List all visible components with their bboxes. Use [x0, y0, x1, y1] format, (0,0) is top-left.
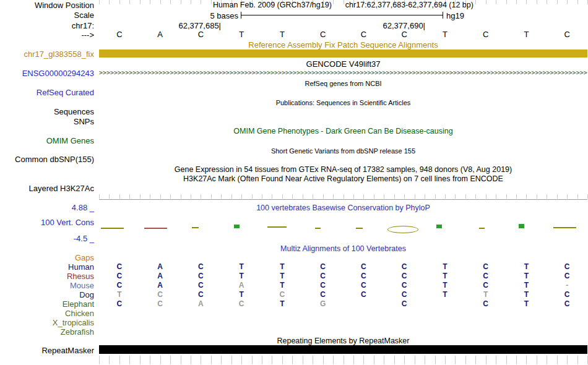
- genome-browser-image[interactable]: Human Feb. 2009 (GRCh37/hg19) chr17:62,3…: [0, 0, 588, 365]
- ruler-tick: [272, 194, 272, 199]
- track-left-label[interactable]: RefSeq Curated: [0, 88, 94, 97]
- ruler-tick: [344, 356, 344, 364]
- ruler-tick: [557, 194, 558, 199]
- track-left-label[interactable]: Sequences: [0, 108, 94, 116]
- alignment-base: C: [99, 299, 140, 309]
- ruler-tick: [252, 194, 253, 199]
- track-left-label[interactable]: Scale: [0, 11, 94, 19]
- ruler-tick: [506, 356, 507, 364]
- ruler-tick: [119, 194, 120, 199]
- alignment-base: C: [344, 281, 384, 290]
- alignment-base: C: [465, 281, 506, 290]
- alignment-base: [181, 327, 222, 337]
- phylop-mark: [267, 226, 287, 228]
- refseq-title[interactable]: RefSeq genes from NCBI: [99, 80, 587, 88]
- fix-patch-title[interactable]: Reference Assembly Fix Patch Sequence Al…: [99, 41, 587, 49]
- alignment-base: C: [384, 290, 425, 299]
- alignment-base: [99, 318, 140, 327]
- ruler-tick: [496, 194, 496, 199]
- ruler-tick: [486, 194, 486, 199]
- species-label[interactable]: Elephant: [0, 300, 94, 308]
- reference-base: C: [344, 30, 384, 39]
- ruler-tick: [119, 356, 120, 364]
- ruler-tick: [303, 194, 303, 199]
- phylop-separator-line: [99, 199, 587, 200]
- phylop-mark: [315, 228, 321, 229]
- species-label[interactable]: Human: [0, 263, 94, 271]
- alignment-base: C: [303, 281, 344, 290]
- track-left-label[interactable]: RepeatMasker: [0, 346, 94, 354]
- species-label[interactable]: X_tropicalis: [0, 319, 94, 327]
- phylop-mark: [101, 228, 124, 229]
- track-left-label[interactable]: Common dbSNP(155): [0, 155, 94, 163]
- multiz-title[interactable]: Multiz Alignments of 100 Vertebrates: [99, 245, 587, 253]
- alignment-row-dog: TCCTCCCCTTTC: [99, 290, 587, 299]
- alignment-base: T: [506, 299, 547, 309]
- ruler-tick: [292, 356, 293, 364]
- alignment-base: C: [344, 272, 384, 281]
- ruler-tick: [160, 194, 161, 199]
- fix-patch-bar[interactable]: [99, 49, 587, 58]
- reference-base: T: [262, 30, 303, 39]
- ruler-tick: [425, 356, 425, 364]
- ruler-tick: [435, 356, 436, 364]
- position-title: chr17:62,377,683-62,377,694 (12 bp): [345, 1, 473, 9]
- alignment-base: C: [303, 272, 344, 281]
- ruler-tick: [394, 356, 395, 364]
- ruler-tick: [129, 194, 130, 199]
- alignment-base: [344, 318, 384, 327]
- alignment-base: C: [262, 290, 303, 299]
- alignment-base: C: [221, 299, 262, 309]
- track-left-label[interactable]: chr17_gl383558_fix: [0, 50, 94, 58]
- ruler-tick: [160, 356, 161, 364]
- alignment-base: A: [221, 281, 262, 290]
- alignment-base: [465, 318, 506, 327]
- alignment-base: C: [140, 290, 181, 299]
- species-label[interactable]: Chicken: [0, 309, 94, 317]
- ruler-tick: [191, 356, 191, 364]
- phylop-mark: [553, 227, 576, 228]
- species-label[interactable]: Dog: [0, 291, 94, 299]
- alignment-base: [465, 327, 506, 337]
- ruler-tick: [99, 194, 100, 199]
- gtex-title[interactable]: Gene Expression in 54 tissues from GTEx …: [99, 166, 587, 174]
- dbsnp-title[interactable]: Short Genetic Variants from dbSNP releas…: [99, 147, 587, 155]
- ruler-tick: [201, 194, 201, 199]
- track-left-label[interactable]: Gaps: [0, 254, 94, 262]
- alignment-base: C: [465, 272, 506, 281]
- reference-base: T: [506, 30, 547, 39]
- coord-label-right: 62,377,690|: [303, 21, 425, 30]
- track-left-label[interactable]: 100 Vert. Cons: [0, 218, 94, 226]
- alignment-base: T: [221, 262, 262, 272]
- repeatmasker-bar[interactable]: [99, 345, 587, 354]
- track-left-label[interactable]: 4.88 _: [0, 204, 94, 212]
- track-left-label[interactable]: OMIM Genes: [0, 137, 94, 145]
- reference-base: C: [384, 30, 425, 39]
- track-left-label[interactable]: ENSG00000294243: [0, 69, 94, 77]
- track-left-label[interactable]: SNPs: [0, 118, 94, 126]
- track-left-label[interactable]: chr17:: [0, 22, 94, 30]
- species-label[interactable]: Mouse: [0, 281, 94, 290]
- alignment-base: C: [303, 290, 344, 299]
- ruler-tick: [384, 356, 384, 364]
- repeatmasker-title[interactable]: Repeating Elements by RepeatMasker: [99, 337, 587, 345]
- track-left-label[interactable]: -4.5 _: [0, 234, 94, 243]
- species-label[interactable]: Zebrafish: [0, 328, 94, 336]
- track-left-label[interactable]: Window Position: [0, 1, 94, 9]
- phylop-title[interactable]: 100 vertebrates Basewise Conservation by…: [99, 204, 587, 212]
- ruler-tick: [211, 194, 212, 199]
- track-left-label[interactable]: --->: [0, 31, 94, 39]
- species-label[interactable]: Rhesus: [0, 272, 94, 280]
- omim-title[interactable]: OMIM Gene Phenotypes - Dark Green Can Be…: [99, 127, 587, 135]
- track-left-label[interactable]: Layered H3K27Ac: [0, 184, 94, 192]
- ruler-tick: [109, 194, 110, 199]
- ruler-tick: [181, 356, 181, 364]
- gencode-title[interactable]: GENCODE V49lift37: [99, 60, 587, 68]
- publications-title[interactable]: Publications: Sequences in Scientific Ar…: [99, 99, 587, 107]
- phylop-mark: [144, 228, 167, 229]
- alignment-base: T: [506, 290, 547, 299]
- alignment-base: [547, 327, 587, 337]
- gencode-gene-bar[interactable]: >>>>>>>>>>>>>>>>>>>>>>>>>>>>>>>>>>>>>>>>…: [99, 69, 587, 77]
- ruler-tick: [547, 194, 547, 199]
- h3k27ac-title[interactable]: H3K27Ac Mark (Often Found Near Active Re…: [99, 175, 587, 183]
